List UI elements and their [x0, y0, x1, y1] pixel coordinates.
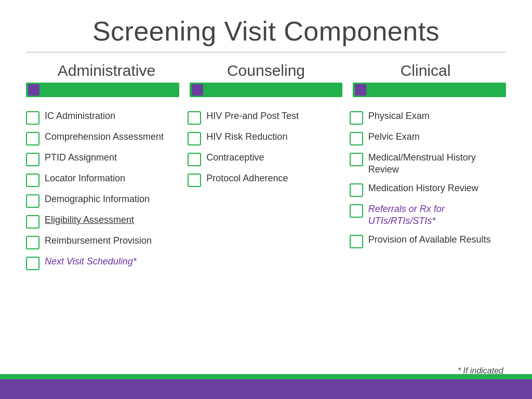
- columns-header: Administrative Counseling Clinical: [26, 62, 506, 79]
- checkbox[interactable]: [350, 183, 363, 197]
- counseling-bar-square: [192, 84, 203, 96]
- list-item: HIV Pre-and Post Test: [188, 108, 344, 127]
- list-item: Medical/Menstrual History Review: [350, 149, 506, 179]
- item-label: Protocol Adherence: [206, 172, 288, 184]
- list-item: IC Administration: [26, 108, 182, 127]
- checkbox[interactable]: [188, 174, 201, 187]
- item-label: Contraceptive: [206, 152, 264, 164]
- item-label: Provision of Available Results: [368, 234, 491, 246]
- checkbox[interactable]: [26, 174, 39, 187]
- checkbox[interactable]: [188, 153, 201, 166]
- list-item: Demographic Information: [26, 191, 182, 210]
- green-strip: [0, 374, 532, 379]
- checkbox[interactable]: [26, 111, 39, 125]
- list-item: Pelvic Exam: [350, 128, 506, 148]
- columns-body: IC Administration Comprehension Assessme…: [26, 108, 506, 273]
- list-item: PTID Assignment: [26, 149, 182, 169]
- list-item: Referrals or Rx for UTIs/RTIs/STIs*: [350, 201, 506, 230]
- checkbox[interactable]: [26, 153, 39, 166]
- list-item: HIV Risk Reduction: [188, 128, 344, 148]
- item-label: Locator Information: [45, 172, 125, 184]
- item-label: HIV Risk Reduction: [206, 131, 287, 143]
- checkbox[interactable]: [350, 153, 363, 166]
- page-title: Screening Visit Components: [26, 16, 506, 47]
- checkbox[interactable]: [350, 132, 363, 145]
- counseling-header: Counseling: [191, 62, 341, 79]
- clinical-bar-square: [355, 84, 366, 96]
- item-label-italic: Next Visit Scheduling*: [45, 256, 137, 268]
- checkbox[interactable]: [26, 194, 39, 208]
- item-label: Reimbursement Provision: [45, 235, 152, 247]
- checkbox[interactable]: [26, 236, 39, 249]
- admin-header: Administrative: [26, 62, 187, 79]
- clinical-header: Clinical: [345, 62, 506, 79]
- clinical-bar: [353, 83, 506, 97]
- checkbox[interactable]: [26, 132, 39, 145]
- list-item: Medication History Review: [350, 180, 506, 200]
- counseling-column: HIV Pre-and Post Test HIV Risk Reduction…: [188, 108, 344, 190]
- list-item: Physical Exam: [350, 108, 506, 127]
- checkbox[interactable]: [350, 204, 363, 218]
- checkbox[interactable]: [26, 215, 39, 229]
- admin-bar: [26, 83, 179, 97]
- admin-bar-square: [28, 84, 39, 96]
- item-label: Physical Exam: [368, 110, 430, 122]
- checkbox[interactable]: [26, 257, 39, 270]
- list-item: Contraceptive: [188, 149, 344, 169]
- item-label: HIV Pre-and Post Test: [206, 110, 299, 122]
- list-item: Comprehension Assessment: [26, 128, 182, 148]
- list-item: Eligibility Assessment: [26, 211, 182, 231]
- list-item: Protocol Adherence: [188, 170, 344, 190]
- list-item: Provision of Available Results: [350, 231, 506, 251]
- item-label: Demographic Information: [45, 193, 150, 205]
- list-item: Locator Information: [26, 170, 182, 190]
- clinical-column: Physical Exam Pelvic Exam Medical/Menstr…: [350, 108, 506, 251]
- admin-column: IC Administration Comprehension Assessme…: [26, 108, 182, 273]
- list-item: Next Visit Scheduling*: [26, 253, 182, 273]
- item-label: Comprehension Assessment: [45, 131, 164, 143]
- footer-bar: [0, 379, 532, 399]
- item-label: Eligibility Assessment: [45, 214, 134, 226]
- checkbox[interactable]: [350, 235, 363, 248]
- item-label-italic: Referrals or Rx for UTIs/RTIs/STIs*: [368, 203, 506, 228]
- list-item: Reimbursement Provision: [26, 232, 182, 252]
- checkbox[interactable]: [188, 132, 201, 145]
- item-label: PTID Assignment: [45, 152, 117, 164]
- columns-bars: [26, 83, 506, 97]
- item-label: Pelvic Exam: [368, 131, 420, 143]
- item-label: Medical/Menstrual History Review: [368, 152, 506, 176]
- item-label: Medication History Review: [368, 182, 478, 194]
- checkbox[interactable]: [188, 111, 201, 125]
- title-divider: [26, 52, 506, 52]
- item-label: IC Administration: [45, 110, 115, 122]
- counseling-bar: [190, 83, 343, 97]
- checkbox[interactable]: [350, 111, 363, 125]
